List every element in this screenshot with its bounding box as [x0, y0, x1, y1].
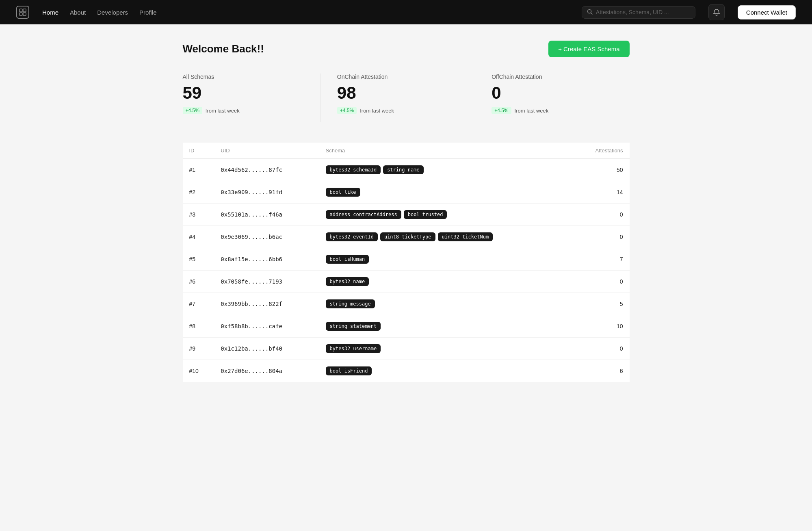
schema-tag: bool trusted	[404, 210, 447, 219]
schemas-table: ID UID Schema Attestations #10x44d562...…	[183, 143, 630, 382]
stat-onchain-label: OnChain Attestation	[337, 74, 459, 80]
main-content: Welcome Back!! + Create EAS Schema All S…	[175, 24, 638, 399]
schema-tag: bool isFriend	[326, 366, 372, 375]
notification-button[interactable]	[708, 4, 725, 20]
connect-wallet-button[interactable]: Connect Wallet	[738, 5, 796, 20]
table-row[interactable]: #50x8af15e......6bb6bool isHuman7	[183, 248, 630, 271]
cell-uid: 0x3969bb......822f	[214, 293, 319, 315]
stat-all-schemas-label: All Schemas	[183, 74, 304, 80]
cell-uid: 0xf58b8b......cafe	[214, 315, 319, 338]
table-row[interactable]: #60x7058fe......7193bytes32 name0	[183, 271, 630, 293]
schema-tag: bytes32 eventId	[326, 232, 378, 241]
svg-rect-1	[23, 9, 26, 12]
table-header-row: ID UID Schema Attestations	[183, 143, 630, 159]
col-attestations: Attestations	[572, 143, 629, 159]
cell-id: #5	[183, 248, 214, 271]
schema-tag: bytes32 username	[326, 344, 381, 353]
cell-schema: string message	[319, 293, 572, 315]
cell-attestations: 0	[572, 338, 629, 360]
svg-rect-3	[23, 13, 26, 15]
table-row[interactable]: #40x9e3069......b6acbytes32 eventIduint8…	[183, 226, 630, 248]
stat-offchain-change: +4.5% from last week	[492, 107, 613, 114]
schema-tag: address contractAddress	[326, 210, 401, 219]
svg-rect-0	[19, 9, 22, 12]
stat-onchain: OnChain Attestation 98 +4.5% from last w…	[321, 74, 475, 122]
stat-offchain-change-text: from last week	[515, 108, 549, 114]
cell-attestations: 6	[572, 360, 629, 382]
col-uid: UID	[214, 143, 319, 159]
cell-uid: 0x33e909......91fd	[214, 181, 319, 204]
schema-tag: string name	[383, 165, 423, 174]
search-box	[582, 6, 695, 19]
col-schema: Schema	[319, 143, 572, 159]
stat-all-schemas: All Schemas 59 +4.5% from last week	[183, 74, 321, 122]
create-schema-button[interactable]: + Create EAS Schema	[548, 41, 629, 57]
table-container: ID UID Schema Attestations #10x44d562...…	[183, 143, 630, 382]
cell-schema: bool like	[319, 181, 572, 204]
nav-logo	[16, 6, 29, 19]
stat-offchain-value: 0	[492, 83, 613, 103]
cell-attestations: 7	[572, 248, 629, 271]
nav-links: Home About Developers Profile	[42, 9, 157, 16]
cell-uid: 0x8af15e......6bb6	[214, 248, 319, 271]
schema-tag: string statement	[326, 322, 381, 331]
svg-line-5	[591, 13, 592, 14]
cell-attestations: 14	[572, 181, 629, 204]
cell-attestations: 50	[572, 159, 629, 181]
cell-attestations: 10	[572, 315, 629, 338]
cell-attestations: 0	[572, 226, 629, 248]
cell-id: #3	[183, 204, 214, 226]
stat-all-schemas-change: +4.5% from last week	[183, 107, 304, 114]
col-id: ID	[183, 143, 214, 159]
header-row: Welcome Back!! + Create EAS Schema	[183, 41, 630, 57]
stat-offchain-badge: +4.5%	[492, 107, 511, 114]
nav-home[interactable]: Home	[42, 9, 58, 16]
cell-id: #6	[183, 271, 214, 293]
cell-uid: 0x9e3069......b6ac	[214, 226, 319, 248]
nav-developers[interactable]: Developers	[97, 9, 128, 16]
schema-tag: bool isHuman	[326, 255, 369, 264]
cell-uid: 0x7058fe......7193	[214, 271, 319, 293]
table-row[interactable]: #80xf58b8b......cafestring statement10	[183, 315, 630, 338]
navbar: Home About Developers Profile Connect Wa…	[0, 0, 812, 24]
cell-schema: bytes32 schemaIdstring name	[319, 159, 572, 181]
stat-all-schemas-badge: +4.5%	[183, 107, 202, 114]
cell-schema: address contractAddressbool trusted	[319, 204, 572, 226]
stat-onchain-change-text: from last week	[360, 108, 394, 114]
stats-row: All Schemas 59 +4.5% from last week OnCh…	[183, 74, 630, 122]
cell-schema: bool isFriend	[319, 360, 572, 382]
stat-onchain-badge: +4.5%	[337, 107, 357, 114]
table-body: #10x44d562......87fcbytes32 schemaIdstri…	[183, 159, 630, 382]
stat-offchain-label: OffChain Attestation	[492, 74, 613, 80]
cell-schema: string statement	[319, 315, 572, 338]
svg-rect-2	[19, 13, 22, 15]
cell-id: #8	[183, 315, 214, 338]
table-row[interactable]: #20x33e909......91fdbool like14	[183, 181, 630, 204]
cell-id: #7	[183, 293, 214, 315]
cell-id: #10	[183, 360, 214, 382]
cell-id: #1	[183, 159, 214, 181]
table-row[interactable]: #10x44d562......87fcbytes32 schemaIdstri…	[183, 159, 630, 181]
stat-all-schemas-change-text: from last week	[206, 108, 240, 114]
nav-about[interactable]: About	[70, 9, 86, 16]
cell-schema: bytes32 eventIduint8 ticketTypeuint32 ti…	[319, 226, 572, 248]
table-row[interactable]: #90x1c12ba......bf40bytes32 username0	[183, 338, 630, 360]
cell-uid: 0x1c12ba......bf40	[214, 338, 319, 360]
schema-tag: bytes32 name	[326, 277, 369, 286]
table-row[interactable]: #100x27d06e......804abool isFriend6	[183, 360, 630, 382]
table-row[interactable]: #30x55101a......f46aaddress contractAddr…	[183, 204, 630, 226]
schema-tag: uint32 ticketNum	[438, 232, 493, 241]
schema-tag: uint8 ticketType	[380, 232, 435, 241]
schema-tag: bytes32 schemaId	[326, 165, 381, 174]
table-row[interactable]: #70x3969bb......822fstring message5	[183, 293, 630, 315]
cell-attestations: 0	[572, 271, 629, 293]
stat-onchain-change: +4.5% from last week	[337, 107, 459, 114]
search-input[interactable]	[596, 9, 690, 15]
welcome-text: Welcome Back!!	[183, 43, 264, 55]
nav-profile[interactable]: Profile	[139, 9, 157, 16]
cell-id: #4	[183, 226, 214, 248]
cell-id: #9	[183, 338, 214, 360]
cell-schema: bytes32 username	[319, 338, 572, 360]
schema-tag: bool like	[326, 188, 360, 197]
cell-uid: 0x27d06e......804a	[214, 360, 319, 382]
